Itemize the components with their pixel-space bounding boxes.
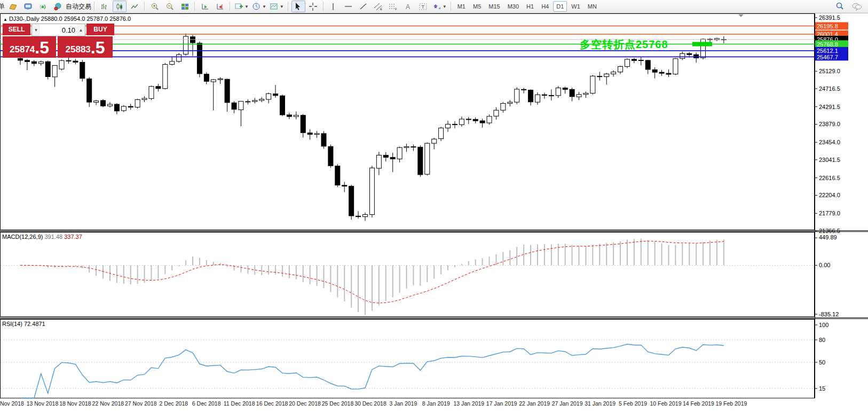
crosshair-tool-icon[interactable] [306,1,320,12]
chart-title-text: DJ30-,Daily 25880.0 25954.0 25787.0 2587… [9,15,131,22]
svg-text:18 Nov 2018: 18 Nov 2018 [59,400,91,407]
svg-text:21779.0: 21779.0 [819,210,840,216]
svg-text:3 Jan 2019: 3 Jan 2019 [389,400,417,407]
svg-text:31 Jan 2019: 31 Jan 2019 [585,400,616,407]
toolbar-separator [144,2,145,11]
cursor-tool-icon[interactable] [291,1,305,12]
svg-text:6 Dec 2018: 6 Dec 2018 [192,400,221,407]
equidistant-channel-tool-icon[interactable]: E [372,1,385,12]
toolbar-separator [194,2,195,11]
tile-windows-icon[interactable] [178,1,192,12]
toolbar-right [833,1,868,12]
svg-text:0.00: 0.00 [819,262,830,268]
svg-text:27 Jan 2019: 27 Jan 2019 [552,400,583,407]
buy-button[interactable]: BUY [86,24,114,36]
svg-text:24291.5: 24291.5 [819,104,840,110]
lot-decrease-button[interactable]: ▼ [32,24,40,36]
chart-canvas[interactable]: 26391.525129.024716.524291.523879.023454… [0,13,868,412]
timeframe-m30[interactable]: M30 [504,1,522,12]
timeframe-mn[interactable]: MN [585,1,600,12]
buy-price-main: 25883 [66,43,91,57]
svg-text:100: 100 [819,322,828,328]
svg-text:22 Nov 2018: 22 Nov 2018 [92,400,124,407]
new-order-partial-label[interactable]: 单 [0,2,5,11]
one-click-trade-panel: SELL ▼ ▲ BUY 25874.5 25883.5 [3,24,113,58]
vertical-line-tool-icon[interactable] [327,1,341,12]
svg-text:E: E [380,7,382,11]
rsi-indicator-label: RSI(14) 72.4871 [2,321,45,327]
sell-price[interactable]: 25874.5 [3,36,56,58]
lot-increase-button[interactable]: ▲ [77,24,85,36]
template-icon[interactable]: ▼ [269,1,285,12]
svg-text:16 Dec 2018: 16 Dec 2018 [256,400,288,407]
buy-price[interactable]: 25883.5 [58,36,113,58]
toolbar-separator [323,2,324,11]
chart-title: ▲DJ30-,Daily 25880.0 25954.0 25787.0 258… [3,15,131,22]
svg-text:2 Dec 2018: 2 Dec 2018 [159,400,188,407]
svg-text:23879.0: 23879.0 [819,121,840,127]
svg-text:13 Jan 2019: 13 Jan 2019 [453,400,484,407]
panel-borders [0,13,868,398]
zoom-in-icon[interactable] [148,1,162,12]
fibonacci-tool-icon[interactable]: F [386,1,400,12]
timeframe-m5[interactable]: M5 [470,1,484,12]
timeframe-m15[interactable]: M15 [485,1,503,12]
toolbar-separator [288,2,289,11]
svg-text:25129.0: 25129.0 [819,68,840,74]
line-chart-type-icon[interactable] [128,1,141,12]
timeframe-w1[interactable]: W1 [568,1,583,12]
arrows-tool-icon[interactable]: ▼ [431,1,448,12]
mt4-window: 单 自动交易 [0,0,868,412]
period-icon[interactable]: ▼ [251,1,267,12]
add-indicator-icon[interactable]: ▼ [233,1,250,12]
chat-icon[interactable] [850,1,864,12]
svg-text:8 Jan 2019: 8 Jan 2019 [422,400,450,407]
new-order-icon[interactable] [6,1,20,12]
auto-scroll-icon[interactable] [198,1,212,12]
svg-text:22616.5: 22616.5 [819,175,840,181]
buy-price-frac: .5 [91,38,105,57]
svg-text:T: T [422,4,425,10]
svg-text:22 Jan 2019: 22 Jan 2019 [519,400,550,407]
svg-text:11 Dec 2018: 11 Dec 2018 [224,400,255,407]
sell-button[interactable]: SELL [3,24,30,36]
signals-icon[interactable] [36,1,50,12]
svg-text:25 Dec 2018: 25 Dec 2018 [322,400,354,407]
svg-text:27 Nov 2018: 27 Nov 2018 [125,400,157,407]
svg-text:13 Nov 2018: 13 Nov 2018 [27,400,59,407]
sell-price-frac: .5 [35,38,49,57]
text-tool-icon[interactable]: A [401,1,415,12]
trendline-tool-icon[interactable] [357,1,370,12]
toolbar: 单 自动交易 [0,0,868,13]
auto-trading-icon[interactable] [51,1,65,12]
horizontal-line-tool-icon[interactable] [342,1,356,12]
timeframe-bar: M1M5M15M30H1H4D1W1MN [454,1,600,12]
svg-text:8 Nov 2018: 8 Nov 2018 [0,400,24,407]
svg-text:23041.5: 23041.5 [819,157,840,163]
timeframe-m1[interactable]: M1 [454,1,469,12]
date-axis: 8 Nov 201813 Nov 201818 Nov 201822 Nov 2… [0,400,747,407]
svg-text:20 Dec 2018: 20 Dec 2018 [289,400,321,407]
svg-text:21366.5: 21366.5 [819,228,840,234]
svg-text:-835.12: -835.12 [819,311,839,317]
chart-shift-icon[interactable] [213,1,227,12]
candlestick-chart-type-icon[interactable] [113,1,127,12]
toolbar-separator [94,2,95,11]
timeframe-d1[interactable]: D1 [553,1,567,12]
bar-chart-type-icon[interactable] [98,1,112,12]
timeframe-h1[interactable]: H1 [523,1,537,12]
collapse-triangle-icon[interactable]: ▲ [3,17,7,22]
auto-trading-label[interactable]: 自动交易 [66,2,91,11]
market-watch-icon[interactable] [21,1,35,12]
text-label-tool-icon[interactable]: T [416,1,430,12]
pivot-annotation-text: 多空转折点25768 [580,37,668,52]
search-icon[interactable] [833,1,847,12]
lot-size-input[interactable] [40,24,77,36]
svg-text:5 Feb 2019: 5 Feb 2019 [619,400,647,407]
svg-text:A: A [406,3,410,11]
toolbar-separator [451,2,452,11]
svg-text:449.89: 449.89 [819,234,837,240]
timeframe-h4[interactable]: H4 [538,1,552,12]
sell-price-main: 25874 [10,43,35,57]
zoom-out-icon[interactable] [163,1,177,12]
